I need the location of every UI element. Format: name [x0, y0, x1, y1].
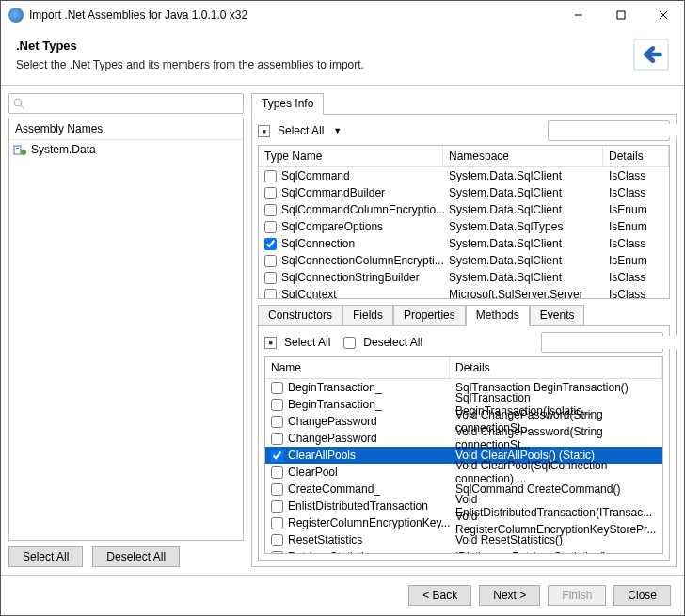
row-checkbox[interactable]	[264, 204, 277, 216]
types-select-all-checkbox[interactable]	[258, 125, 270, 137]
assemblies-search-input[interactable]	[25, 97, 239, 110]
svg-point-5	[14, 99, 22, 106]
assemblies-select-all-button[interactable]: Select All	[8, 546, 83, 567]
row-checkbox[interactable]	[271, 382, 283, 394]
table-row[interactable]: RegisterColumnEncryptionKey...Void Regis…	[265, 514, 662, 531]
methods-search-input[interactable]	[546, 336, 685, 349]
col-method-name[interactable]: Name	[265, 357, 450, 378]
table-row[interactable]: SqlConnectionStringBuilderSystem.Data.Sq…	[259, 269, 669, 286]
row-checkbox[interactable]	[264, 238, 277, 250]
row-checkbox[interactable]	[264, 255, 277, 267]
minimize-button[interactable]	[557, 1, 599, 29]
svg-rect-8	[16, 148, 19, 149]
cell-typename: SqlConnectionColumnEncrypti...	[281, 254, 449, 267]
types-table: Type Name Namespace Details SqlCommandSy…	[258, 145, 670, 299]
row-checkbox[interactable]	[264, 170, 277, 182]
cell-method-name: RetrieveStatistics	[288, 550, 455, 553]
table-row[interactable]: ClearPoolVoid ClearPool(SqlConnection co…	[265, 464, 662, 481]
methods-search[interactable]	[541, 332, 663, 353]
methods-rows[interactable]: BeginTransaction_SqlTransaction BeginTra…	[265, 379, 662, 553]
tab-types-info[interactable]: Types Info	[251, 93, 324, 115]
row-checkbox[interactable]	[264, 289, 277, 299]
tab-methods[interactable]: Methods	[466, 305, 530, 326]
row-checkbox[interactable]	[271, 450, 283, 462]
cell-details: IsClass	[609, 186, 669, 199]
col-details[interactable]: Details	[603, 146, 669, 166]
row-checkbox[interactable]	[271, 483, 283, 496]
row-checkbox[interactable]	[264, 272, 277, 284]
tab-constructors[interactable]: Constructors	[258, 305, 342, 326]
next-button[interactable]: Next >	[479, 585, 540, 606]
types-search[interactable]	[548, 120, 670, 141]
assemblies-search[interactable]	[8, 93, 244, 114]
close-wizard-button[interactable]: Close	[613, 585, 671, 606]
assemblies-deselect-all-button[interactable]: Deselect All	[92, 546, 180, 567]
types-pane: Types Info Select All ▼ Type Name Namesp…	[251, 93, 677, 567]
table-row[interactable]: SqlCommandColumnEncryptio...System.Data.…	[259, 201, 669, 218]
row-checkbox[interactable]	[264, 187, 277, 199]
svg-point-10	[21, 150, 26, 155]
assemblies-pane: Assembly Names System.Data Select All De…	[8, 93, 244, 567]
titlebar: Import .Net Assemblies for Java 1.0.1.0 …	[1, 1, 684, 29]
page-title: .Net Types	[16, 39, 364, 53]
table-row[interactable]: RetrieveStatisticsIDictionary RetrieveSt…	[265, 548, 662, 553]
tab-fields[interactable]: Fields	[342, 305, 393, 326]
assemblies-tree[interactable]: System.Data	[9, 140, 243, 159]
cell-details: IsClass	[609, 237, 669, 250]
row-checkbox[interactable]	[271, 433, 283, 445]
cell-method-name: ChangePassword	[288, 415, 455, 428]
finish-button: Finish	[548, 585, 606, 606]
cell-typename: SqlCommandBuilder	[281, 186, 449, 199]
row-checkbox[interactable]	[271, 500, 283, 513]
window-title: Import .Net Assemblies for Java 1.0.1.0 …	[29, 8, 247, 22]
col-namespace[interactable]: Namespace	[443, 146, 603, 166]
types-rows[interactable]: SqlCommandSystem.Data.SqlClientIsClassSq…	[259, 167, 669, 298]
maximize-button[interactable]	[599, 1, 642, 29]
svg-rect-1	[617, 11, 625, 19]
table-row[interactable]: SqlConnectionSystem.Data.SqlClientIsClas…	[259, 235, 669, 252]
close-button[interactable]	[642, 1, 684, 29]
tab-properties[interactable]: Properties	[393, 305, 466, 326]
cell-typename: SqlConnectionStringBuilder	[281, 271, 449, 284]
cell-method-name: RegisterColumnEncryptionKey...	[288, 516, 455, 529]
types-select-all-label: Select All	[278, 124, 324, 137]
cell-method-name: ResetStatistics	[288, 533, 455, 546]
tab-events[interactable]: Events	[530, 305, 585, 326]
member-tabs: Constructors Fields Properties Methods E…	[258, 305, 670, 326]
cell-method-name: ClearPool	[288, 466, 455, 479]
methods-select-all-checkbox[interactable]	[264, 337, 277, 349]
methods-deselect-all-checkbox[interactable]	[343, 337, 356, 349]
table-row[interactable]: SqlCommandBuilderSystem.Data.SqlClientIs…	[259, 184, 669, 201]
row-checkbox[interactable]	[271, 399, 283, 411]
col-method-details[interactable]: Details	[450, 357, 662, 378]
assembly-item[interactable]: System.Data	[13, 142, 239, 157]
cell-namespace: System.Data.SqlTypes	[449, 220, 609, 233]
table-row[interactable]: SqlCommandSystem.Data.SqlClientIsClass	[259, 167, 669, 184]
row-checkbox[interactable]	[271, 551, 283, 554]
row-checkbox[interactable]	[271, 466, 283, 479]
row-checkbox[interactable]	[271, 517, 283, 529]
table-row[interactable]: SqlContextMicrosoft.SqlServer.ServerIsCl…	[259, 286, 669, 298]
row-checkbox[interactable]	[271, 534, 283, 546]
row-checkbox[interactable]	[264, 221, 277, 233]
assembly-icon	[13, 144, 27, 156]
cell-details: IsClass	[609, 169, 669, 182]
table-row[interactable]: ChangePasswordVoid ChangePassword(String…	[265, 430, 662, 447]
row-checkbox[interactable]	[271, 416, 283, 428]
cell-method-details: IDictionary RetrieveStatistics()	[455, 550, 662, 553]
table-row[interactable]: SqlConnectionColumnEncrypti...System.Dat…	[259, 252, 669, 269]
types-search-input[interactable]	[552, 124, 685, 137]
cell-namespace: System.Data.SqlClient	[449, 254, 609, 267]
table-row[interactable]: SqlCompareOptionsSystem.Data.SqlTypesIsE…	[259, 218, 669, 235]
methods-body: Select All Deselect All Name Details Beg…	[258, 325, 670, 561]
table-row[interactable]: ResetStatisticsVoid ResetStatistics()	[265, 531, 662, 548]
content-area: Assembly Names System.Data Select All De…	[1, 86, 684, 575]
back-button[interactable]: < Back	[408, 585, 471, 606]
chevron-down-icon[interactable]: ▼	[333, 126, 342, 135]
cell-namespace: System.Data.SqlClient	[449, 237, 609, 250]
svg-line-6	[21, 105, 24, 109]
cell-method-name: BeginTransaction_	[288, 398, 455, 411]
cell-method-name: CreateCommand_	[288, 482, 455, 496]
col-typename[interactable]: Type Name	[259, 146, 443, 166]
cell-namespace: System.Data.SqlClient	[449, 169, 609, 182]
